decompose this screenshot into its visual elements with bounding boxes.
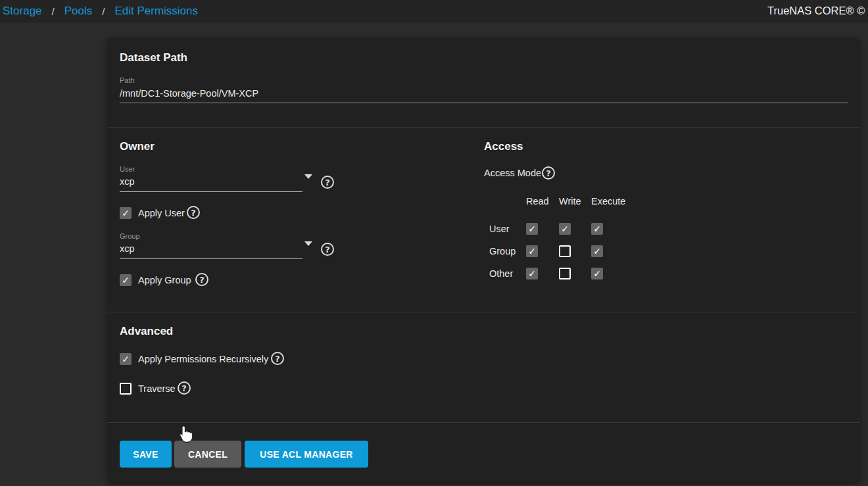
traverse-label: Traverse bbox=[138, 383, 176, 394]
path-field-underline bbox=[120, 103, 848, 103]
access-other-execute-checkbox[interactable] bbox=[591, 268, 603, 279]
save-button[interactable]: SAVE bbox=[120, 441, 172, 468]
access-user-execute-checkbox[interactable] bbox=[591, 223, 603, 235]
access-user-write-checkbox[interactable] bbox=[559, 223, 571, 235]
help-icon[interactable]: ? bbox=[321, 176, 334, 189]
path-field-label: Path bbox=[120, 76, 135, 84]
breadcrumb-link-pools[interactable]: Pools bbox=[64, 5, 93, 18]
apply-user-label: Apply User bbox=[138, 208, 185, 218]
access-row-label-user: User bbox=[489, 224, 526, 234]
chevron-down-icon[interactable] bbox=[304, 174, 312, 179]
user-select-underline bbox=[120, 191, 302, 192]
access-column-write: Write bbox=[559, 196, 591, 218]
access-mode-grid: Read Write Execute UserGroupOther bbox=[489, 195, 631, 285]
section-title-advanced: Advanced bbox=[120, 325, 173, 338]
breadcrumb-current-edit-permissions[interactable]: Edit Permissions bbox=[114, 5, 198, 18]
breadcrumb-link-storage[interactable]: Storage bbox=[3, 5, 42, 18]
access-group-write-checkbox[interactable] bbox=[559, 245, 571, 257]
access-user-read-checkbox[interactable] bbox=[526, 223, 538, 235]
section-title-access: Access bbox=[484, 140, 523, 153]
breadcrumb: Storage / Pools / Edit Permissions bbox=[3, 0, 198, 22]
breadcrumb-separator: / bbox=[52, 6, 55, 17]
help-icon[interactable]: ? bbox=[195, 273, 208, 286]
group-select-underline bbox=[120, 258, 302, 259]
traverse-checkbox[interactable] bbox=[120, 383, 132, 395]
user-select-label: User bbox=[120, 165, 135, 173]
breadcrumb-separator: / bbox=[102, 6, 105, 17]
help-icon[interactable]: ? bbox=[542, 166, 555, 180]
edit-permissions-card: Dataset Path Path /mnt/DC1-Storage-Pool/… bbox=[107, 38, 860, 482]
section-title-owner: Owner bbox=[120, 140, 155, 153]
help-icon[interactable]: ? bbox=[178, 381, 191, 395]
apply-permissions-recursively-checkbox[interactable] bbox=[120, 353, 132, 365]
section-divider bbox=[107, 127, 860, 128]
apply-group-checkbox[interactable] bbox=[120, 274, 132, 286]
access-group-read-checkbox[interactable] bbox=[526, 245, 538, 257]
apply-permissions-recursively-label: Apply Permissions Recursively bbox=[138, 354, 268, 364]
access-column-read: Read bbox=[526, 196, 559, 218]
access-mode-label: Access Mode bbox=[484, 168, 541, 178]
top-navigation-bar: Storage / Pools / Edit Permissions TrueN… bbox=[0, 0, 868, 22]
section-title-dataset-path: Dataset Path bbox=[120, 51, 187, 64]
section-divider bbox=[107, 422, 860, 423]
apply-group-label: Apply Group bbox=[138, 275, 191, 285]
access-other-write-checkbox[interactable] bbox=[559, 268, 571, 279]
access-column-execute: Execute bbox=[591, 196, 631, 218]
access-other-read-checkbox[interactable] bbox=[526, 268, 538, 279]
access-row-label-group: Group bbox=[489, 246, 526, 256]
access-group-execute-checkbox[interactable] bbox=[591, 245, 603, 257]
use-acl-manager-button[interactable]: USE ACL MANAGER bbox=[245, 441, 368, 468]
path-field-value[interactable]: /mnt/DC1-Storage-Pool/VM-XCP bbox=[120, 88, 258, 99]
chevron-down-icon[interactable] bbox=[304, 241, 312, 246]
group-select-value[interactable]: xcp bbox=[120, 243, 135, 254]
help-icon[interactable]: ? bbox=[271, 352, 284, 365]
section-divider bbox=[107, 312, 860, 312]
apply-user-checkbox[interactable] bbox=[120, 207, 132, 219]
access-row-label-other: Other bbox=[489, 268, 526, 279]
access-grid-corner bbox=[489, 196, 526, 218]
mouse-pointer-cursor bbox=[179, 425, 194, 447]
help-icon[interactable]: ? bbox=[187, 206, 200, 219]
user-select-value[interactable]: xcp bbox=[120, 176, 135, 187]
group-select-label: Group bbox=[120, 232, 140, 240]
help-icon[interactable]: ? bbox=[321, 243, 334, 256]
brand-title: TrueNAS CORE® © 2 bbox=[767, 5, 868, 17]
